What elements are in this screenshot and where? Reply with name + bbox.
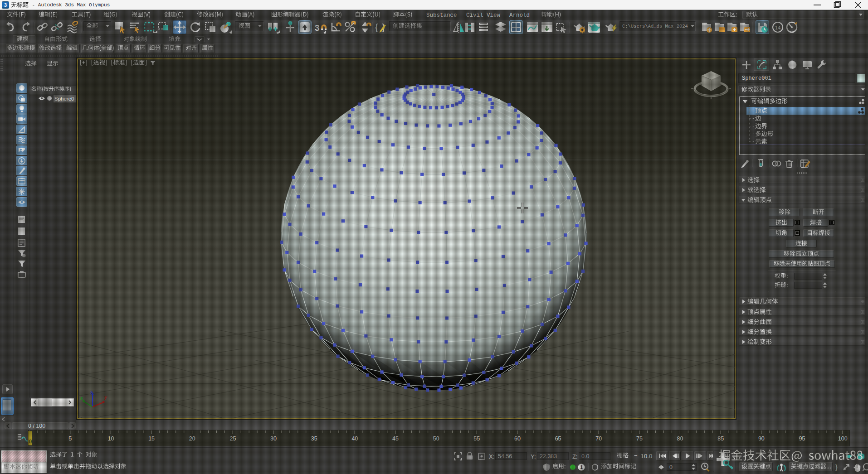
svg-text:{: { <box>375 22 378 32</box>
svg-text:14: 14 <box>775 25 780 30</box>
svg-text:y: y <box>104 395 107 400</box>
svg-text:1: 1 <box>580 464 583 470</box>
svg-text:3: 3 <box>315 23 320 33</box>
svg-text:x: x <box>80 396 83 401</box>
svg-text:z: z <box>90 390 93 395</box>
